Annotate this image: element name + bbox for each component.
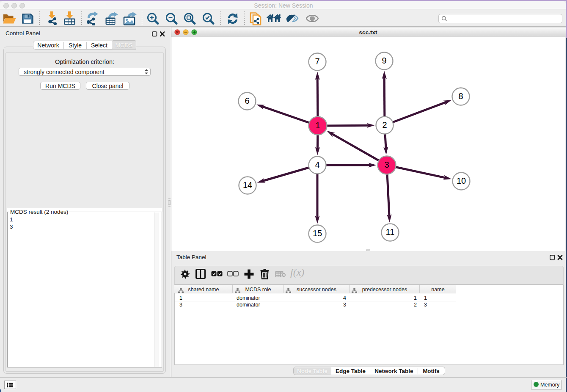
svg-text:14: 14 [243, 180, 252, 190]
svg-text:3: 3 [384, 160, 389, 169]
svg-text:1: 1 [315, 121, 320, 130]
svg-text:9: 9 [382, 56, 386, 65]
svg-text:7: 7 [315, 57, 319, 66]
svg-text:15: 15 [313, 229, 322, 238]
svg-text:2: 2 [382, 120, 387, 130]
svg-text:4: 4 [315, 160, 319, 169]
svg-text:8: 8 [458, 91, 463, 101]
svg-text:10: 10 [457, 176, 466, 185]
svg-text:11: 11 [386, 227, 395, 237]
svg-text:6: 6 [245, 96, 249, 105]
